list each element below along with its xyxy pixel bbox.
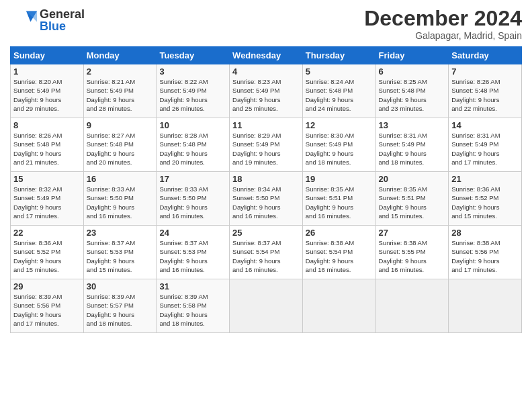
day-info: Sunrise: 8:25 AM Sunset: 5:48 PM Dayligh… [379, 77, 446, 113]
col-saturday: Saturday [449, 47, 522, 64]
day-number: 26 [306, 228, 373, 238]
col-sunday: Sunday [11, 47, 84, 64]
day-info: Sunrise: 8:32 AM Sunset: 5:49 PM Dayligh… [13, 185, 81, 220]
table-row: 30Sunrise: 8:39 AM Sunset: 5:57 PM Dayli… [83, 279, 157, 333]
day-number: 18 [232, 174, 300, 184]
day-info: Sunrise: 8:38 AM Sunset: 5:55 PM Dayligh… [379, 238, 446, 274]
day-info: Sunrise: 8:20 AM Sunset: 5:49 PM Dayligh… [13, 77, 81, 113]
table-row [375, 279, 449, 333]
day-info: Sunrise: 8:38 AM Sunset: 5:56 PM Dayligh… [451, 238, 519, 274]
table-row [302, 279, 375, 333]
day-info: Sunrise: 8:39 AM Sunset: 5:56 PM Dayligh… [13, 292, 81, 328]
day-info: Sunrise: 8:29 AM Sunset: 5:49 PM Dayligh… [232, 131, 300, 167]
table-row: 17Sunrise: 8:33 AM Sunset: 5:50 PM Dayli… [157, 172, 230, 226]
col-friday: Friday [375, 47, 449, 64]
table-row: 7Sunrise: 8:26 AM Sunset: 5:48 PM Daylig… [449, 64, 522, 118]
day-info: Sunrise: 8:33 AM Sunset: 5:50 PM Dayligh… [159, 185, 226, 220]
day-info: Sunrise: 8:26 AM Sunset: 5:48 PM Dayligh… [13, 131, 81, 167]
table-row: 15Sunrise: 8:32 AM Sunset: 5:49 PM Dayli… [11, 172, 84, 226]
table-row: 2Sunrise: 8:21 AM Sunset: 5:49 PM Daylig… [83, 64, 157, 118]
day-info: Sunrise: 8:31 AM Sunset: 5:49 PM Dayligh… [451, 131, 519, 167]
day-number: 3 [159, 66, 226, 77]
table-row: 29Sunrise: 8:39 AM Sunset: 5:56 PM Dayli… [11, 279, 84, 333]
page-container: General Blue December 2024 Galapagar, Ma… [0, 0, 532, 411]
table-row: 12Sunrise: 8:30 AM Sunset: 5:49 PM Dayli… [302, 118, 375, 172]
day-number: 21 [451, 174, 519, 184]
day-number: 23 [87, 228, 154, 238]
day-info: Sunrise: 8:36 AM Sunset: 5:52 PM Dayligh… [451, 185, 519, 220]
table-row: 21Sunrise: 8:36 AM Sunset: 5:52 PM Dayli… [449, 172, 522, 226]
calendar-week-4: 22Sunrise: 8:36 AM Sunset: 5:52 PM Dayli… [11, 226, 522, 279]
day-number: 16 [87, 174, 154, 184]
day-info: Sunrise: 8:35 AM Sunset: 5:51 PM Dayligh… [379, 185, 446, 220]
day-info: Sunrise: 8:28 AM Sunset: 5:48 PM Dayligh… [159, 131, 226, 167]
day-info: Sunrise: 8:23 AM Sunset: 5:49 PM Dayligh… [232, 77, 300, 113]
table-row [449, 279, 522, 333]
day-number: 24 [159, 228, 226, 238]
day-info: Sunrise: 8:34 AM Sunset: 5:50 PM Dayligh… [232, 185, 300, 220]
day-number: 7 [451, 66, 519, 77]
table-row: 18Sunrise: 8:34 AM Sunset: 5:50 PM Dayli… [230, 172, 303, 226]
day-info: Sunrise: 8:31 AM Sunset: 5:49 PM Dayligh… [379, 131, 446, 167]
day-number: 13 [379, 120, 446, 130]
logo: General Blue [10, 7, 85, 34]
calendar-week-2: 8Sunrise: 8:26 AM Sunset: 5:48 PM Daylig… [11, 118, 522, 172]
logo-icon [10, 7, 37, 34]
table-row [230, 279, 303, 333]
day-number: 29 [13, 281, 81, 291]
table-row: 3Sunrise: 8:22 AM Sunset: 5:49 PM Daylig… [157, 64, 230, 118]
table-row: 1Sunrise: 8:20 AM Sunset: 5:49 PM Daylig… [11, 64, 84, 118]
table-row: 11Sunrise: 8:29 AM Sunset: 5:49 PM Dayli… [230, 118, 303, 172]
table-row: 25Sunrise: 8:37 AM Sunset: 5:54 PM Dayli… [230, 226, 303, 279]
location-text: Galapagar, Madrid, Spain [364, 30, 522, 41]
calendar-week-1: 1Sunrise: 8:20 AM Sunset: 5:49 PM Daylig… [11, 64, 522, 118]
day-info: Sunrise: 8:39 AM Sunset: 5:58 PM Dayligh… [159, 292, 226, 328]
table-row: 28Sunrise: 8:38 AM Sunset: 5:56 PM Dayli… [449, 226, 522, 279]
day-info: Sunrise: 8:33 AM Sunset: 5:50 PM Dayligh… [87, 185, 154, 220]
calendar-table: Sunday Monday Tuesday Wednesday Thursday… [10, 46, 522, 333]
table-row: 19Sunrise: 8:35 AM Sunset: 5:51 PM Dayli… [302, 172, 375, 226]
day-number: 15 [13, 174, 81, 184]
table-row: 14Sunrise: 8:31 AM Sunset: 5:49 PM Dayli… [449, 118, 522, 172]
day-info: Sunrise: 8:38 AM Sunset: 5:54 PM Dayligh… [306, 238, 373, 274]
day-number: 4 [232, 66, 300, 77]
title-block: December 2024 Galapagar, Madrid, Spain [364, 7, 522, 41]
col-tuesday: Tuesday [157, 47, 230, 64]
day-info: Sunrise: 8:26 AM Sunset: 5:48 PM Dayligh… [451, 77, 519, 113]
page-header: General Blue December 2024 Galapagar, Ma… [10, 7, 522, 41]
day-number: 25 [232, 228, 300, 238]
logo-blue-text: Blue [40, 20, 85, 32]
day-number: 2 [87, 66, 154, 77]
table-row: 5Sunrise: 8:24 AM Sunset: 5:48 PM Daylig… [302, 64, 375, 118]
col-wednesday: Wednesday [230, 47, 303, 64]
day-number: 30 [87, 281, 154, 291]
table-row: 20Sunrise: 8:35 AM Sunset: 5:51 PM Dayli… [375, 172, 449, 226]
day-number: 19 [306, 174, 373, 184]
col-thursday: Thursday [302, 47, 375, 64]
table-row: 6Sunrise: 8:25 AM Sunset: 5:48 PM Daylig… [375, 64, 449, 118]
day-number: 1 [13, 66, 81, 77]
day-number: 11 [232, 120, 300, 130]
table-row: 31Sunrise: 8:39 AM Sunset: 5:58 PM Dayli… [157, 279, 230, 333]
day-info: Sunrise: 8:35 AM Sunset: 5:51 PM Dayligh… [306, 185, 373, 220]
calendar-week-3: 15Sunrise: 8:32 AM Sunset: 5:49 PM Dayli… [11, 172, 522, 226]
logo-general-text: General [40, 8, 85, 20]
logo-name: General Blue [40, 8, 85, 32]
table-row: 16Sunrise: 8:33 AM Sunset: 5:50 PM Dayli… [83, 172, 157, 226]
day-number: 31 [159, 281, 226, 291]
calendar-header-row: Sunday Monday Tuesday Wednesday Thursday… [11, 47, 522, 64]
day-info: Sunrise: 8:36 AM Sunset: 5:52 PM Dayligh… [13, 238, 81, 274]
day-info: Sunrise: 8:24 AM Sunset: 5:48 PM Dayligh… [306, 77, 373, 113]
calendar-week-5: 29Sunrise: 8:39 AM Sunset: 5:56 PM Dayli… [11, 279, 522, 333]
day-info: Sunrise: 8:37 AM Sunset: 5:53 PM Dayligh… [87, 238, 154, 274]
day-number: 22 [13, 228, 81, 238]
day-number: 9 [87, 120, 154, 130]
table-row: 27Sunrise: 8:38 AM Sunset: 5:55 PM Dayli… [375, 226, 449, 279]
day-info: Sunrise: 8:27 AM Sunset: 5:48 PM Dayligh… [87, 131, 154, 167]
table-row: 13Sunrise: 8:31 AM Sunset: 5:49 PM Dayli… [375, 118, 449, 172]
day-number: 10 [159, 120, 226, 130]
day-number: 28 [451, 228, 519, 238]
table-row: 23Sunrise: 8:37 AM Sunset: 5:53 PM Dayli… [83, 226, 157, 279]
day-info: Sunrise: 8:30 AM Sunset: 5:49 PM Dayligh… [306, 131, 373, 167]
table-row: 4Sunrise: 8:23 AM Sunset: 5:49 PM Daylig… [230, 64, 303, 118]
